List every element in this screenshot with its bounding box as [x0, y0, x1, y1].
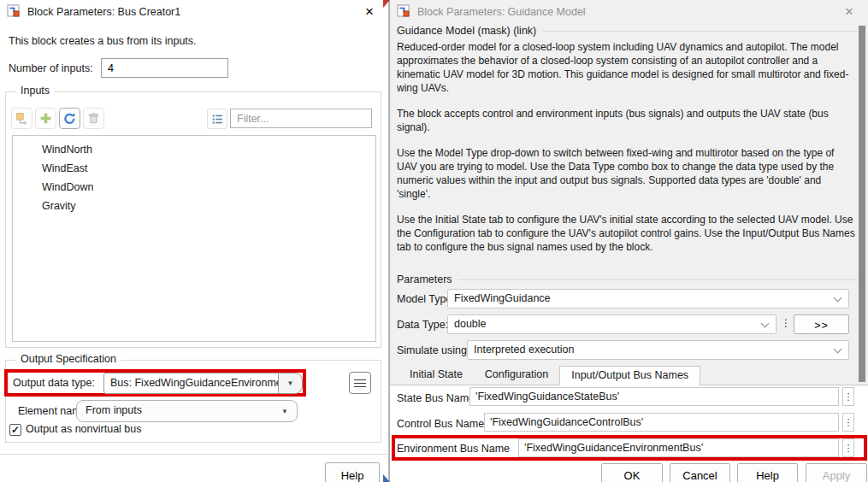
environment-bus-name-label: Environment Bus Name [397, 443, 510, 455]
inputs-listbox: WindNorth WindEast WindDown Gravity [12, 135, 376, 342]
simulate-using-label: Simulate using: [397, 344, 469, 356]
description-paragraph: Reduced-order model for a closed-loop sy… [397, 40, 856, 95]
state-bus-name-label: State Bus Name [397, 392, 475, 404]
dropdown-arrow-icon: ▼ [281, 408, 288, 415]
dialog-title: Block Parameters: Bus Creator1 [27, 6, 180, 18]
control-bus-name-field[interactable]: 'FixedWingGuidanceControlBus' [484, 413, 839, 432]
chevron-down-icon [834, 345, 842, 354]
element-names-dropdown[interactable]: From inputs ▼ [76, 400, 298, 422]
data-type-label: Data Type: [397, 319, 448, 331]
refresh-icon[interactable] [59, 108, 80, 129]
footer-separator [0, 454, 389, 455]
control-bus-name-label: Control Bus Name [397, 418, 484, 430]
apply-button[interactable]: Apply [806, 463, 867, 482]
list-item[interactable]: WindNorth [13, 140, 375, 159]
block-description: This block creates a bus from its inputs… [9, 35, 197, 47]
simulink-block-icon [397, 4, 410, 21]
bus-creator-dialog: Block Parameters: Bus Creator1 × This bl… [0, 0, 389, 482]
description-paragraph: The block accepts control and environmen… [397, 107, 856, 134]
number-of-inputs-input[interactable] [101, 58, 228, 78]
element-names-value: From inputs [86, 404, 142, 416]
output-data-type-label: Output data type: [13, 377, 95, 389]
state-bus-name-field[interactable]: 'FixedWingGuidanceStateBus' [469, 387, 839, 406]
nonvirtual-bus-checkbox[interactable]: ✓ [9, 424, 21, 436]
list-view-icon[interactable] [207, 109, 227, 129]
state-bus-kebab-icon[interactable]: ⋮ [842, 387, 854, 406]
bus-creator-titlebar: Block Parameters: Bus Creator1 × [0, 0, 388, 24]
chevron-down-icon [761, 320, 770, 328]
help-button[interactable]: Help [737, 463, 798, 482]
mask-legend: Guidance Model (mask) (link) [397, 25, 857, 37]
list-item[interactable]: Gravity [13, 197, 375, 215]
simulate-using-combo[interactable]: Interpreted execution [467, 340, 849, 360]
data-type-value: double [454, 318, 487, 330]
data-type-kebab-icon[interactable]: ⋮ [781, 317, 791, 329]
close-icon[interactable]: × [837, 1, 861, 23]
model-type-combo[interactable]: FixedWingGuidance [447, 289, 849, 309]
description-paragraph: Use the Initial State tab to configure t… [397, 213, 856, 254]
help-button[interactable]: Help [325, 462, 380, 482]
number-of-inputs-label: Number of inputs: [9, 62, 93, 74]
output-specification-legend: Output Specification [16, 353, 121, 365]
nonvirtual-bus-label: Output as nonvirtual bus [26, 423, 142, 435]
output-data-type-combo[interactable]: Bus: FixedWingGuidanceEnvironmer [103, 373, 279, 394]
simulate-using-value: Interpreted execution [474, 344, 574, 356]
guidance-model-titlebar: Block Parameters: Guidance Model × [390, 0, 868, 24]
delete-icon[interactable] [83, 108, 104, 129]
data-type-combo[interactable]: double [447, 314, 776, 334]
tab-input-output-bus-names[interactable]: Input/Output Bus Names [559, 366, 700, 385]
screenshot-root: Block Parameters: Bus Creator1 × This bl… [0, 0, 868, 482]
model-type-value: FixedWingGuidance [454, 292, 551, 304]
bus-element-icon[interactable] [11, 108, 32, 129]
tab-initial-state[interactable]: Initial State [399, 366, 474, 385]
output-specification-group: Output Specification Output data type: B… [5, 360, 381, 443]
mask-description: Reduced-order model for a closed-loop sy… [397, 40, 856, 271]
output-data-type-dropdown-icon[interactable]: ▼ [279, 373, 303, 394]
cancel-button[interactable]: Cancel [670, 463, 730, 482]
red-corner-artifact [383, 0, 390, 8]
add-icon[interactable] [35, 108, 56, 129]
data-type-assistant-icon[interactable] [349, 372, 371, 394]
inputs-group: Inputs [5, 91, 381, 348]
inputs-group-legend: Inputs [16, 85, 54, 97]
environment-bus-name-field[interactable]: 'FixedWingGuidanceEnvironmentBus' [518, 438, 839, 457]
ok-button[interactable]: OK [601, 463, 663, 482]
guidance-model-dialog: Block Parameters: Guidance Model × Guida… [389, 0, 868, 482]
data-type-expand-button[interactable]: >> [794, 314, 849, 334]
simulink-block-icon [7, 4, 21, 21]
dialog-title: Block Parameters: Guidance Model [417, 6, 586, 18]
vertical-scrollbar[interactable] [859, 26, 865, 382]
tab-configuration[interactable]: Configuration [474, 366, 559, 385]
blue-corner-artifact [383, 474, 390, 482]
tab-bar: Initial State Configuration Input/Output… [399, 366, 700, 385]
list-item[interactable]: WindDown [13, 178, 375, 197]
model-type-label: Model Type: [397, 293, 455, 305]
parameters-legend: Parameters [397, 273, 857, 285]
control-bus-kebab-icon[interactable]: ⋮ [842, 413, 854, 432]
close-icon[interactable]: × [357, 1, 381, 23]
list-item[interactable]: WindEast [13, 159, 375, 178]
environment-bus-kebab-icon[interactable]: ⋮ [842, 438, 854, 457]
filter-input[interactable] [230, 109, 372, 128]
chevron-down-icon [834, 294, 842, 303]
description-paragraph: Use the Model Type drop-down to switch b… [397, 146, 856, 201]
